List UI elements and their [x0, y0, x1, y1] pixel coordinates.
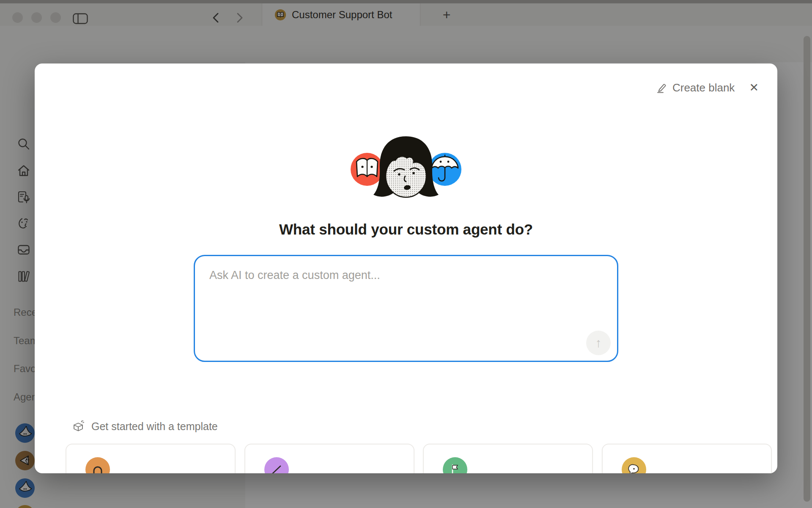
- modal-heading: What should your custom agent do?: [35, 221, 777, 238]
- template-icon-chat-bubble: [622, 457, 646, 473]
- template-box-icon: [72, 420, 85, 433]
- create-blank-button[interactable]: Create blank: [656, 81, 735, 94]
- close-icon[interactable]: ✕: [749, 82, 759, 94]
- template-card-3[interactable]: [423, 444, 593, 473]
- template-card-1[interactable]: [66, 444, 236, 473]
- agent-face: [373, 136, 439, 197]
- submit-arrow-button[interactable]: ↑: [586, 331, 611, 355]
- template-card-4[interactable]: [602, 444, 772, 473]
- template-section-label: Get started with a template: [91, 420, 218, 433]
- book-circle: [351, 153, 384, 186]
- template-icon-headset: [85, 457, 110, 473]
- template-icon-flag: [443, 457, 467, 473]
- screen: Customer Support Bot + ACME Acme Labs: [0, 0, 812, 508]
- create-agent-modal: Create blank ✕: [35, 64, 777, 473]
- agent-illustration: [350, 135, 462, 207]
- create-blank-label: Create blank: [672, 81, 735, 94]
- template-card-2[interactable]: [244, 444, 414, 473]
- template-icon-pencil: [264, 457, 289, 473]
- agent-prompt-input[interactable]: [194, 255, 618, 362]
- pencil-icon: [656, 83, 667, 94]
- umbrella-circle: [428, 153, 461, 186]
